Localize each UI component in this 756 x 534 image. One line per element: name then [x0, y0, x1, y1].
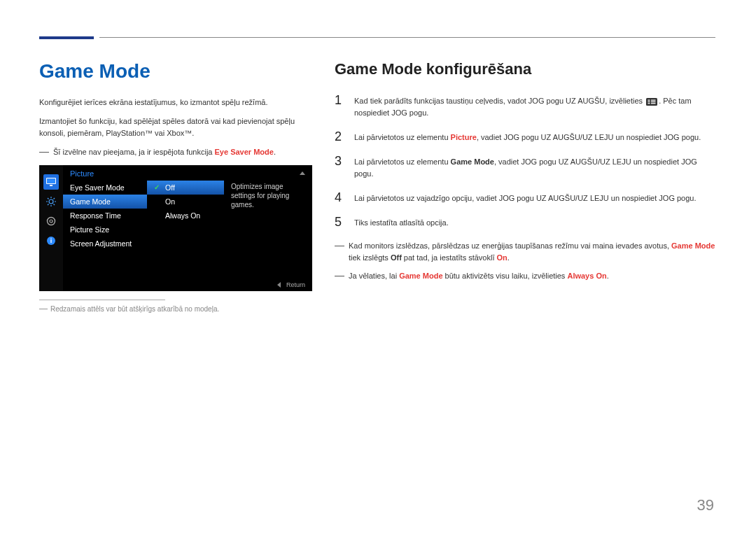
step-item: 2Lai pārvietotos uz elementu Picture, va…	[335, 130, 717, 143]
step-text: Lai pārvietotos uz elementu Game Mode, v…	[354, 155, 717, 180]
svg-rect-1	[47, 178, 55, 183]
description-line-2: Izmantojiet šo funkciju, kad spēlējat sp…	[39, 115, 312, 139]
step-number: 1	[335, 94, 344, 119]
svg-rect-19	[648, 103, 650, 104]
svg-rect-17	[648, 99, 650, 100]
brightness-icon	[43, 194, 59, 209]
step-text: Tiks iestatīta atlasītā opcija.	[354, 216, 717, 229]
note-text: Šī izvēlne nav pieejama, ja ir iespējota…	[53, 148, 215, 156]
header-rule-accent	[39, 36, 94, 39]
gear-icon	[43, 213, 59, 229]
osd-item-picture-size: Picture Size	[63, 223, 147, 237]
note-item: ―Kad monitors izslēdzas, pārslēdzas uz e…	[335, 240, 717, 263]
monitor-icon	[43, 174, 59, 190]
steps-list: 1Kad tiek parādīts funkcijas taustiņu ce…	[335, 94, 717, 229]
checkmark-icon: ✓	[154, 184, 161, 191]
step-number: 3	[335, 155, 344, 180]
osd-footer: Return	[277, 281, 305, 288]
description-line-1: Konfigurējiet ierīces ekrāna iestatījumu…	[39, 97, 312, 108]
page-number: 39	[697, 496, 714, 514]
step-text: Lai pārvietotos uz elementu Picture, vad…	[354, 130, 717, 143]
step-item: 4Lai pārvietotos uz vajadzīgo opciju, va…	[335, 191, 717, 204]
svg-rect-20	[651, 99, 656, 100]
svg-text:i: i	[50, 237, 52, 244]
osd-sidebar: i	[39, 165, 63, 291]
footnote-text: Redzamais attēls var būt atšķirīgs atkar…	[50, 304, 219, 314]
svg-rect-22	[651, 103, 656, 104]
step-text: Kad tiek parādīts funkcijas taustiņu ceļ…	[354, 94, 717, 119]
osd-option-always-on: Always On	[147, 209, 224, 223]
svg-rect-21	[651, 101, 656, 101]
svg-line-10	[48, 204, 49, 205]
osd-up-arrow-icon	[300, 171, 305, 175]
step-item: 5Tiks iestatīta atlasītā opcija.	[335, 216, 717, 229]
osd-return-label: Return	[286, 281, 305, 288]
osd-option-list: ✓Off On Always On	[147, 179, 224, 291]
osd-screenshot: i Picture Eye Saver Mode Game Mode Respo…	[39, 165, 312, 291]
step-item: 1Kad tiek parādīts funkcijas taustiņu ce…	[335, 94, 717, 119]
note-tail: .	[274, 148, 276, 156]
note-highlight: Eye Saver Mode	[215, 148, 274, 156]
svg-point-12	[48, 217, 55, 225]
step-text: Lai pārvietotos uz vajadzīgo opciju, vad…	[354, 191, 717, 204]
osd-item-eye-saver: Eye Saver Mode	[63, 181, 147, 195]
note-text: Kad monitors izslēdzas, pārslēdzas uz en…	[349, 240, 717, 263]
footnote-rule	[39, 300, 165, 300]
osd-item-game-mode: Game Mode	[63, 195, 147, 209]
info-icon: i	[43, 233, 59, 248]
note-text: Ja vēlaties, lai Game Mode būtu aktivizē…	[349, 270, 717, 282]
svg-line-9	[54, 204, 55, 205]
section-title: Game Mode	[39, 60, 312, 83]
osd-help-text: Optimizes image settings for playing gam…	[224, 179, 312, 291]
osd-header-label: Picture	[70, 169, 94, 178]
step-number: 4	[335, 191, 344, 204]
step-number: 5	[335, 216, 344, 229]
osd-option-on: On	[147, 195, 224, 209]
header-rule-line	[99, 37, 715, 38]
step-number: 2	[335, 130, 344, 143]
osd-item-screen-adjustment: Screen Adjustment	[63, 237, 147, 251]
svg-point-3	[49, 199, 53, 204]
footnote: ― Redzamais attēls var būt atšķirīgs atk…	[39, 304, 312, 314]
note-eye-saver: ― Šī izvēlne nav pieejama, ja ir iespējo…	[39, 146, 312, 158]
header-rule	[39, 31, 717, 43]
note-item: ―Ja vēlaties, lai Game Mode būtu aktiviz…	[335, 270, 717, 282]
svg-line-11	[54, 198, 55, 199]
menu-icon	[646, 98, 657, 106]
osd-menu-list: Eye Saver Mode Game Mode Response Time P…	[63, 179, 147, 291]
osd-back-arrow-icon	[277, 282, 281, 288]
svg-point-13	[50, 220, 52, 223]
subsection-title: Game Mode konfigurēšana	[335, 60, 717, 78]
osd-option-off: ✓Off	[147, 181, 224, 195]
svg-line-8	[48, 198, 49, 199]
osd-item-response-time: Response Time	[63, 209, 147, 223]
svg-rect-2	[50, 185, 52, 186]
notes-list: ―Kad monitors izslēdzas, pārslēdzas uz e…	[335, 240, 717, 282]
svg-rect-18	[648, 101, 650, 101]
step-item: 3Lai pārvietotos uz elementu Game Mode, …	[335, 155, 717, 180]
